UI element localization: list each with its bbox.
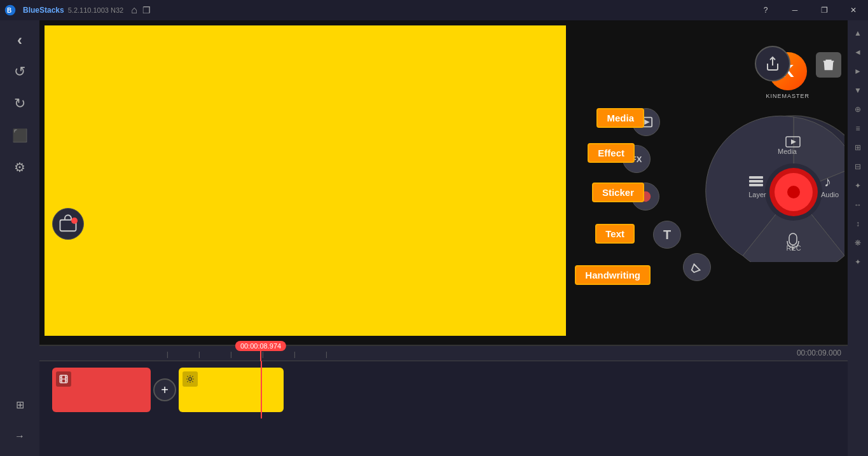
timeline-playhead — [261, 361, 262, 418]
adjust-button[interactable]: ⊞ — [5, 390, 34, 419]
close-button[interactable]: ✕ — [839, 0, 868, 20]
clip-red[interactable] — [52, 368, 151, 412]
arc-text-icon[interactable]: T — [653, 221, 681, 249]
rs-btn-13[interactable]: ✦ — [850, 254, 865, 270]
rs-btn-1[interactable]: ▲ — [850, 25, 865, 41]
rs-btn-6[interactable]: ≡ — [850, 121, 865, 136]
right-sidebar: ▲ ◄ ► ▼ ⊕ ≡ ⊞ ⊟ ✦ ↔ ↕ ❋ ✦ — [848, 20, 868, 456]
delete-button[interactable] — [816, 52, 841, 78]
home-icon[interactable]: ⌂ — [131, 4, 137, 16]
video-canvas — [45, 25, 566, 336]
undo-button[interactable]: ↺ — [5, 57, 34, 86]
crop-button[interactable]: ⬛ — [5, 121, 34, 150]
end-time-display: 00:00:09.000 — [797, 349, 841, 357]
clip-yellow-icon — [183, 371, 198, 387]
handwriting-label[interactable]: Handwriting — [575, 265, 651, 285]
copy-icon[interactable]: ❐ — [142, 5, 151, 15]
svg-point-6 — [787, 186, 800, 198]
rs-btn-7[interactable]: ⊞ — [850, 140, 865, 155]
timeline-ruler: 00:00:09.000 00:00:08.974 | | | | | | — [39, 346, 848, 361]
radial-wheel-svg: ♪ Media Audio REC Layer — [666, 84, 844, 262]
clip-yellow[interactable] — [179, 368, 284, 412]
app-name: BlueStacks — [23, 6, 64, 15]
svg-text:REC: REC — [786, 244, 801, 252]
titlebar: B BlueStacks 5.2.110.1003 N32 ⌂ ❐ ? ─ ❐ … — [0, 0, 868, 20]
add-clip-button[interactable]: + — [153, 378, 176, 401]
svg-marker-20 — [645, 120, 649, 124]
svg-rect-13 — [749, 180, 763, 183]
minimize-button[interactable]: ─ — [780, 0, 809, 20]
timeline: 00:00:09.000 00:00:08.974 | | | | | | — [39, 345, 848, 456]
left-sidebar: ‹ ↺ ↻ ⬛ ⚙ ⊞ → — [0, 20, 39, 456]
share-button[interactable] — [755, 46, 790, 81]
sticker-label[interactable]: Sticker — [592, 183, 644, 202]
window-controls: ? ─ ❐ ✕ — [751, 0, 868, 20]
preview-area: KINEMASTER — [39, 20, 848, 345]
rs-btn-10[interactable]: ↔ — [850, 197, 865, 212]
svg-rect-12 — [749, 184, 763, 186]
svg-text:Layer: Layer — [748, 191, 766, 198]
current-time-label: 00:00:08.974 — [235, 341, 286, 351]
svg-text:Media: Media — [778, 148, 797, 155]
store-button[interactable] — [52, 208, 84, 240]
svg-text:Audio: Audio — [821, 191, 839, 198]
svg-text:B: B — [7, 7, 11, 14]
back-button[interactable]: ‹ — [5, 25, 34, 55]
svg-point-24 — [71, 218, 78, 224]
effect-label[interactable]: Effect — [588, 143, 635, 163]
arc-pen-icon[interactable] — [683, 253, 711, 281]
rs-btn-2[interactable]: ◄ — [850, 45, 865, 60]
svg-point-26 — [189, 378, 192, 381]
app-logo: B — [0, 0, 20, 20]
svg-text:♪: ♪ — [824, 174, 831, 190]
app-version: 5.2.110.1003 N32 — [68, 6, 123, 14]
titlebar-icons: ⌂ ❐ — [131, 4, 151, 16]
rs-btn-4[interactable]: ▼ — [850, 83, 865, 98]
rs-btn-3[interactable]: ► — [850, 64, 865, 79]
redo-button[interactable]: ↻ — [5, 89, 34, 118]
rs-btn-12[interactable]: ❋ — [850, 235, 865, 251]
rs-btn-9[interactable]: ✦ — [850, 178, 865, 193]
help-button[interactable]: ? — [751, 0, 780, 20]
rs-btn-5[interactable]: ⊕ — [850, 102, 865, 117]
text-label[interactable]: Text — [595, 224, 635, 244]
rs-btn-8[interactable]: ⊟ — [850, 159, 865, 174]
rs-btn-11[interactable]: ↕ — [850, 216, 865, 231]
main-area: KINEMASTER — [39, 20, 848, 456]
export-button[interactable]: → — [5, 422, 34, 451]
clip-red-icon — [56, 371, 71, 387]
media-label[interactable]: Media — [596, 108, 644, 128]
maximize-button[interactable]: ❐ — [809, 0, 839, 20]
settings-button[interactable]: ⚙ — [5, 153, 34, 182]
svg-rect-14 — [749, 176, 763, 179]
timeline-track: + — [39, 361, 848, 418]
